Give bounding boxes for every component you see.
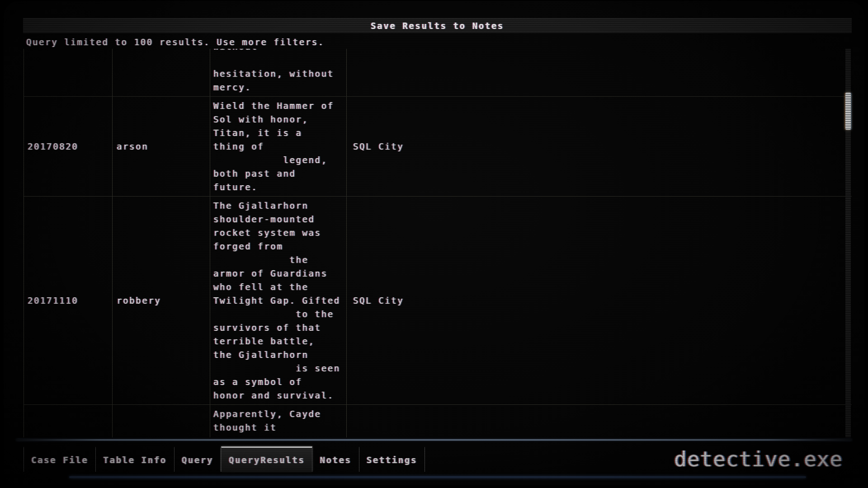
table-row: 20170820 arson Wield the Hammer of Sol w… xyxy=(24,97,852,197)
cell-type: arson xyxy=(113,97,210,196)
app-title: detective.exe xyxy=(674,446,843,472)
cell-type xyxy=(113,49,210,96)
cell-city: SQL City xyxy=(347,97,852,196)
scrollbar-track[interactable] xyxy=(845,49,851,437)
tab-bar: Case File Table Info Query QueryResults … xyxy=(24,446,425,472)
cell-date: 20170820 xyxy=(24,97,113,196)
scrollbar-thumb[interactable] xyxy=(845,93,851,130)
cell-city xyxy=(347,405,852,437)
cell-type xyxy=(113,405,210,437)
table-row: Apparently, Cayde thought it necessary t… xyxy=(24,405,852,437)
status-message: Query limited to 100 results. Use more f… xyxy=(26,37,325,47)
cell-city: SQL City xyxy=(347,197,852,404)
tab-case-file[interactable]: Case File xyxy=(24,446,96,472)
cell-date: 20171110 xyxy=(24,197,113,404)
tab-table-info[interactable]: Table Info xyxy=(96,446,174,472)
crt-bottom-glow xyxy=(69,476,806,478)
cell-city xyxy=(347,49,852,96)
tab-notes[interactable]: Notes xyxy=(312,446,359,472)
cell-type: robbery xyxy=(113,197,210,404)
cell-description: Wield the Hammer of Sol with honor, Tita… xyxy=(210,97,347,196)
tab-settings[interactable]: Settings xyxy=(359,446,425,472)
query-results-table: without hesitation, without mercy. 20170… xyxy=(24,49,852,437)
table-row: without hesitation, without mercy. xyxy=(24,49,852,97)
cell-description: without hesitation, without mercy. xyxy=(210,49,347,96)
save-results-button[interactable]: Save Results to Notes xyxy=(23,18,852,33)
cell-description: Apparently, Cayde thought it necessary t… xyxy=(210,405,347,437)
cell-date xyxy=(24,49,113,96)
tab-queryresults[interactable]: QueryResults xyxy=(221,446,312,472)
cell-description: The Gjallarhorn shoulder-mounted rocket … xyxy=(210,197,347,404)
tab-query[interactable]: Query xyxy=(175,446,221,472)
crt-screen: Save Results to Notes Query limited to 1… xyxy=(4,1,864,485)
cell-date xyxy=(24,405,113,437)
table-footer-divider xyxy=(16,439,852,441)
table-row: 20171110 robbery The Gjallarhorn shoulde… xyxy=(24,197,852,405)
